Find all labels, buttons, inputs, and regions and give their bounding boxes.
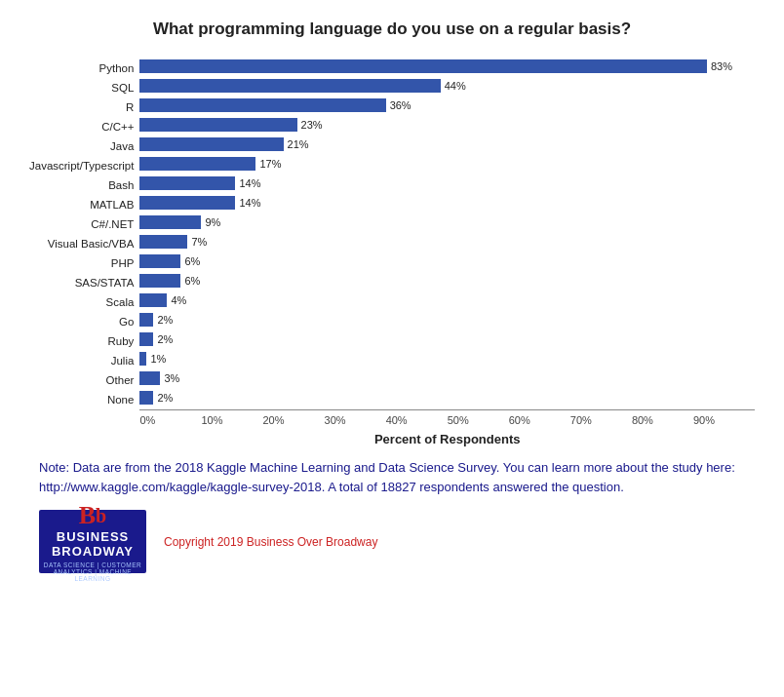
x-tick: 60% xyxy=(509,414,570,426)
copyright: Copyright 2019 Business Over Broadway xyxy=(164,535,377,549)
bar-fill xyxy=(139,215,201,229)
bar-fill xyxy=(139,274,180,288)
bar-row: 4% xyxy=(139,290,755,310)
bar-row: 14% xyxy=(139,174,755,193)
bar-row: 2% xyxy=(139,310,755,329)
bar-fill xyxy=(139,59,707,73)
bar-fill xyxy=(139,176,235,190)
y-label: Scala xyxy=(106,292,135,312)
bar-fill xyxy=(139,98,385,112)
bar-row: 6% xyxy=(139,271,755,290)
bar-value-label: 2% xyxy=(157,333,173,345)
bar-value-label: 14% xyxy=(239,197,260,209)
bar-value-label: 44% xyxy=(445,80,466,92)
y-label: Java xyxy=(110,136,134,156)
bar-value-label: 17% xyxy=(259,158,281,170)
footer: B b BUSINESSBROADWAY DATA SCIENCE | CUST… xyxy=(29,510,755,573)
x-axis-title: Percent of Respondents xyxy=(139,432,755,446)
logo-b1: B xyxy=(79,501,96,530)
bar-fill xyxy=(139,391,153,405)
bar-fill xyxy=(139,293,167,307)
x-tick: 80% xyxy=(632,414,693,426)
bar-row: 14% xyxy=(139,193,755,213)
y-label: SQL xyxy=(111,78,134,97)
y-label: None xyxy=(107,390,135,409)
x-tick: 20% xyxy=(263,414,325,426)
bar-row: 44% xyxy=(139,76,755,96)
bar-value-label: 1% xyxy=(150,353,166,365)
y-label: C#/.NET xyxy=(91,214,134,234)
chart-title: What programming language do you use on … xyxy=(29,19,755,39)
note-section: Note: Data are from the 2018 Kaggle Mach… xyxy=(29,458,755,496)
bar-value-label: 7% xyxy=(191,236,207,248)
logo-box: B b BUSINESSBROADWAY DATA SCIENCE | CUST… xyxy=(39,510,146,573)
bar-fill xyxy=(139,352,146,366)
bar-fill xyxy=(139,313,153,327)
y-label: SAS/STATA xyxy=(75,273,135,292)
bar-row: 21% xyxy=(139,135,755,154)
y-label: MATLAB xyxy=(90,195,134,214)
bar-value-label: 6% xyxy=(184,275,200,287)
logo-b2: b xyxy=(96,505,106,527)
bar-value-label: 3% xyxy=(164,372,179,384)
bars-section: 83%44%36%23%21%17%14%14%9%7%6%6%4%2%2%1%… xyxy=(139,57,755,446)
x-tick: 90% xyxy=(693,414,755,426)
logo-name: BUSINESSBROADWAY xyxy=(52,530,134,560)
x-axis-line xyxy=(139,409,755,410)
bar-value-label: 2% xyxy=(157,314,173,326)
y-label: Visual Basic/VBA xyxy=(48,234,135,253)
bar-row: 36% xyxy=(139,96,755,115)
logo-letters: B b xyxy=(79,501,106,530)
bar-value-label: 83% xyxy=(711,60,732,72)
bar-fill xyxy=(139,371,160,385)
bar-row: 83% xyxy=(139,57,755,76)
y-label: Julia xyxy=(111,351,135,370)
y-label: C/C++ xyxy=(101,117,134,136)
bar-value-label: 2% xyxy=(157,392,173,404)
logo-tagline: DATA SCIENCE | CUSTOMER ANALYTICS | MACH… xyxy=(43,561,142,582)
bar-fill xyxy=(139,137,283,151)
chart-area: PythonSQLRC/C++JavaJavascript/Typescript… xyxy=(29,57,755,446)
x-tick: 40% xyxy=(386,414,448,426)
x-tick: 0% xyxy=(139,414,201,426)
bar-row: 2% xyxy=(139,388,755,407)
bar-value-label: 14% xyxy=(239,177,260,189)
y-label: Javascript/Typescript xyxy=(29,156,134,175)
y-label: Python xyxy=(99,58,135,78)
bar-value-label: 9% xyxy=(205,216,220,228)
x-tick: 30% xyxy=(325,414,386,426)
bar-row: 2% xyxy=(139,329,755,349)
bar-value-label: 4% xyxy=(171,294,186,306)
bar-fill xyxy=(139,196,235,210)
bar-fill xyxy=(139,254,180,268)
bar-row: 23% xyxy=(139,115,755,135)
y-label: R xyxy=(126,97,134,117)
x-tick: 70% xyxy=(570,414,632,426)
bar-row: 17% xyxy=(139,154,755,174)
bar-fill xyxy=(139,332,153,346)
bar-value-label: 21% xyxy=(288,138,309,150)
bar-value-label: 6% xyxy=(184,255,200,267)
bars-rows: 83%44%36%23%21%17%14%14%9%7%6%6%4%2%2%1%… xyxy=(139,57,755,407)
x-tick: 10% xyxy=(201,414,262,426)
y-label: Go xyxy=(119,312,134,331)
bar-fill xyxy=(139,79,440,93)
bar-fill xyxy=(139,235,187,249)
bar-row: 3% xyxy=(139,368,755,388)
bar-row: 9% xyxy=(139,213,755,232)
y-label: Other xyxy=(106,370,135,390)
y-label: Ruby xyxy=(108,331,135,351)
bar-value-label: 36% xyxy=(390,99,412,111)
bar-fill xyxy=(139,157,255,171)
x-ticks: 0%10%20%30%40%50%60%70%80%90% xyxy=(139,414,755,426)
x-tick: 50% xyxy=(448,414,509,426)
bar-row: 6% xyxy=(139,252,755,271)
y-labels: PythonSQLRC/C++JavaJavascript/Typescript… xyxy=(29,57,134,446)
y-label: Bash xyxy=(108,175,134,195)
bar-value-label: 23% xyxy=(301,119,323,131)
bar-row: 7% xyxy=(139,232,755,252)
y-label: PHP xyxy=(111,253,135,273)
bar-row: 1% xyxy=(139,349,755,368)
bar-fill xyxy=(139,118,296,132)
chart-container: What programming language do you use on … xyxy=(10,10,774,583)
